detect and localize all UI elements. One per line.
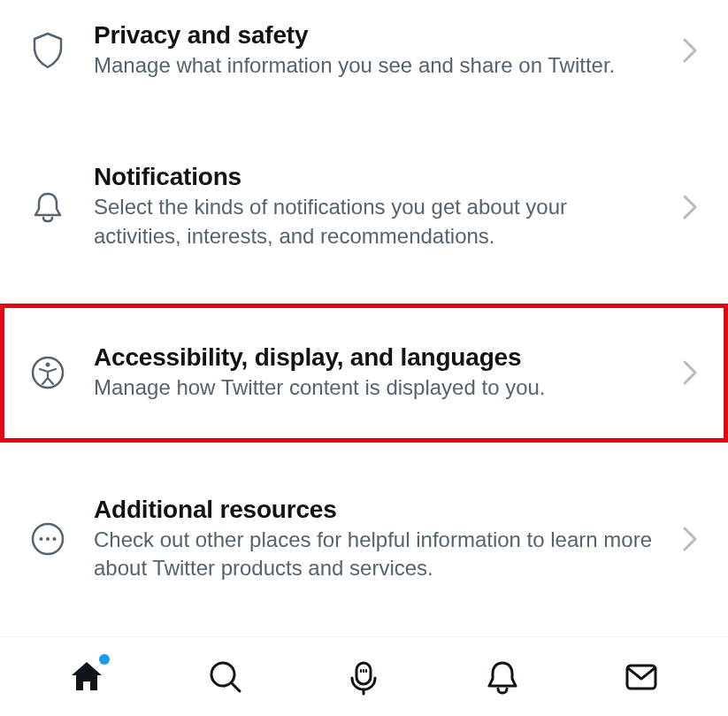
nav-messages[interactable] bbox=[620, 656, 663, 698]
setting-desc: Select the kinds of notifications you ge… bbox=[94, 193, 659, 250]
nav-notifications[interactable] bbox=[481, 656, 524, 698]
setting-text: Additional resources Check out other pla… bbox=[69, 496, 677, 583]
svg-point-3 bbox=[40, 537, 43, 541]
svg-point-5 bbox=[53, 537, 57, 541]
setting-title: Additional resources bbox=[94, 496, 659, 524]
setting-title: Accessibility, display, and languages bbox=[94, 343, 659, 372]
chevron-right-icon bbox=[677, 359, 703, 386]
setting-item-additional-resources[interactable]: Additional resources Check out other pla… bbox=[0, 474, 728, 604]
setting-desc: Check out other places for helpful infor… bbox=[94, 526, 659, 583]
bottom-nav bbox=[0, 636, 728, 716]
notification-dot-icon bbox=[99, 654, 110, 665]
svg-rect-8 bbox=[627, 666, 655, 689]
nav-home[interactable] bbox=[65, 656, 108, 698]
bell-icon bbox=[27, 189, 69, 225]
chevron-right-icon bbox=[677, 37, 703, 64]
setting-desc: Manage how Twitter content is displayed … bbox=[94, 373, 659, 402]
setting-title: Privacy and safety bbox=[94, 21, 659, 50]
setting-item-notifications[interactable]: Notifications Select the kinds of notifi… bbox=[0, 142, 728, 272]
chevron-right-icon bbox=[677, 526, 703, 552]
nav-spaces[interactable] bbox=[342, 656, 385, 698]
accessibility-icon bbox=[27, 355, 69, 390]
svg-rect-7 bbox=[356, 663, 371, 684]
shield-icon bbox=[27, 32, 69, 69]
setting-title: Notifications bbox=[94, 163, 659, 191]
chevron-right-icon bbox=[677, 194, 703, 220]
settings-list: Privacy and safety Manage what informati… bbox=[0, 0, 728, 604]
setting-desc: Manage what information you see and shar… bbox=[94, 51, 659, 80]
svg-point-4 bbox=[46, 537, 50, 541]
more-circle-icon bbox=[27, 521, 69, 557]
setting-text: Accessibility, display, and languages Ma… bbox=[69, 343, 677, 402]
nav-search[interactable] bbox=[204, 656, 247, 698]
setting-text: Notifications Select the kinds of notifi… bbox=[69, 163, 677, 250]
setting-item-privacy-safety[interactable]: Privacy and safety Manage what informati… bbox=[0, 0, 728, 101]
setting-text: Privacy and safety Manage what informati… bbox=[69, 21, 677, 80]
setting-item-accessibility[interactable]: Accessibility, display, and languages Ma… bbox=[0, 304, 728, 442]
svg-point-1 bbox=[46, 363, 50, 367]
